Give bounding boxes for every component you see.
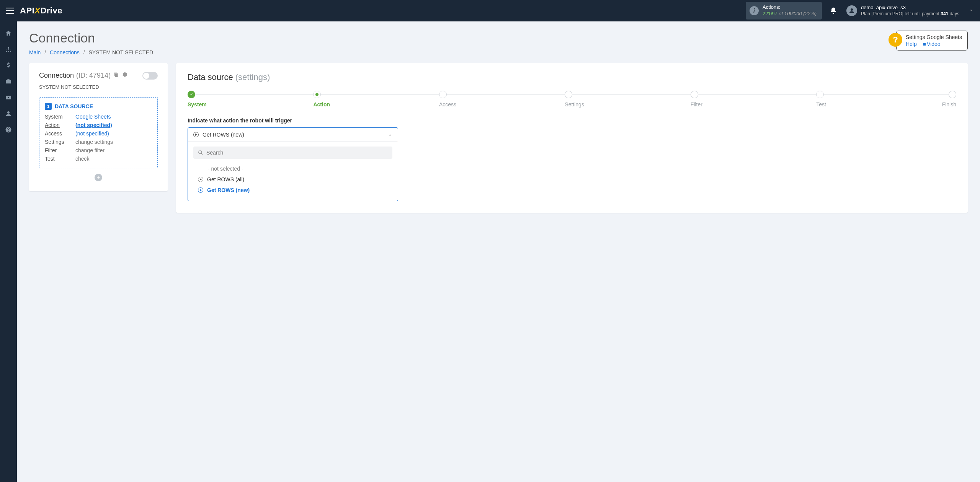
user-text: demo_apix-drive_s3 Plan |Premium PRO| le… (861, 5, 959, 17)
help-title: Settings Google Sheets (906, 34, 962, 40)
step-finish[interactable]: Finish (942, 91, 956, 107)
ds-row-settings-value[interactable]: change settings (75, 139, 152, 145)
step-access[interactable]: Access (439, 91, 565, 107)
nav-billing-icon[interactable] (0, 58, 17, 73)
nav-connections-icon[interactable] (0, 42, 17, 57)
brand-pre: API (20, 6, 34, 15)
ds-row-test-label: Test (45, 156, 75, 162)
connection-subtitle: SYSTEM NOT SELECTED (39, 84, 158, 94)
chevron-up-icon (388, 132, 392, 138)
action-field-label: Indicate what action the robot will trig… (188, 117, 956, 124)
ds-row-action-value[interactable]: (not specified) (75, 122, 152, 128)
top-bar: APIXDrive i Actions: 22'097 of 100'000 (… (0, 0, 980, 21)
brand-logo[interactable]: APIXDrive (20, 6, 62, 16)
add-destination-button[interactable]: + (95, 174, 102, 181)
video-link[interactable]: ■Video (923, 41, 941, 47)
actions-label: Actions: (763, 4, 817, 11)
ds-row-access-value[interactable]: (not specified) (75, 130, 152, 137)
ds-heading: DATA SOURCE (55, 103, 93, 109)
ds-row-test-value[interactable]: check (75, 156, 152, 162)
connection-card-title: Connection (39, 72, 74, 80)
user-name: demo_apix-drive_s3 (861, 5, 959, 11)
action-dropdown: - not selected - Get ROWS (all) Get ROWS… (188, 142, 398, 201)
action-select[interactable]: Get ROWS (new) - not selected - Get ROWS… (188, 127, 398, 201)
action-selected-value: Get ROWS (new) (203, 132, 244, 138)
connection-toggle[interactable] (142, 72, 158, 80)
play-icon (198, 187, 203, 193)
connection-id: (ID: 47914) (76, 72, 111, 80)
ds-row-settings-label: Settings (45, 139, 75, 145)
actions-text: Actions: 22'097 of 100'000 (22%) (763, 4, 817, 17)
info-icon: i (750, 6, 759, 15)
nav-video-icon[interactable] (0, 90, 17, 105)
step-system[interactable]: System (188, 91, 313, 107)
nav-help-icon[interactable] (0, 122, 17, 137)
breadcrumb: Main / Connections / SYSTEM NOT SELECTED (29, 49, 153, 55)
bell-icon[interactable] (830, 7, 837, 15)
ds-number-badge: 1 (45, 103, 52, 110)
search-input[interactable] (206, 150, 388, 156)
search-row (193, 147, 392, 159)
video-icon: ■ (923, 41, 926, 47)
nav-home-icon[interactable] (0, 26, 17, 41)
play-icon (193, 132, 199, 137)
avatar-icon (846, 5, 857, 16)
brand-post: Drive (40, 6, 62, 15)
option-not-selected[interactable]: - not selected - (193, 163, 392, 174)
ds-row-action-label: Action (45, 122, 75, 128)
ds-row-access-label: Access (45, 130, 75, 137)
connection-card: Connection (ID: 47914) SYSTEM NOT SELECT… (29, 63, 168, 191)
side-nav (0, 21, 17, 222)
stepper: System Action Access Settings Filter Tes… (188, 91, 956, 107)
option-get-rows-new[interactable]: Get ROWS (new) (193, 185, 392, 195)
option-get-rows-all[interactable]: Get ROWS (all) (193, 174, 392, 185)
ds-row-filter-label: Filter (45, 147, 75, 153)
breadcrumb-current: SYSTEM NOT SELECTED (89, 49, 154, 55)
ds-row-system-label: System (45, 114, 75, 120)
user-menu[interactable]: demo_apix-drive_s3 Plan |Premium PRO| le… (846, 5, 959, 17)
nav-user-icon[interactable] (0, 106, 17, 121)
data-source-box: 1 DATA SOURCE System Google Sheets Actio… (39, 97, 158, 168)
step-test[interactable]: Test (816, 91, 942, 107)
action-select-head[interactable]: Get ROWS (new) (188, 128, 398, 142)
help-box: ? Settings Google Sheets Help ■Video (896, 31, 968, 50)
ds-row-filter-value[interactable]: change filter (75, 147, 152, 153)
copy-icon[interactable] (113, 72, 119, 80)
settings-title: Data source (settings) (188, 72, 956, 82)
brand-x: X (34, 6, 40, 15)
help-link[interactable]: Help (906, 41, 917, 47)
step-settings[interactable]: Settings (565, 91, 690, 107)
help-badge-icon[interactable]: ? (889, 33, 902, 47)
actions-used: 22'097 (763, 11, 777, 16)
actions-counter[interactable]: i Actions: 22'097 of 100'000 (22%) (746, 2, 822, 20)
gear-icon[interactable] (121, 72, 127, 80)
settings-card: Data source (settings) System Action Acc… (176, 63, 968, 213)
play-icon (198, 177, 203, 182)
page-title: Connection (29, 31, 153, 46)
breadcrumb-connections[interactable]: Connections (50, 49, 80, 55)
step-action[interactable]: Action (313, 91, 439, 107)
breadcrumb-main[interactable]: Main (29, 49, 41, 55)
ds-row-system-value[interactable]: Google Sheets (75, 114, 152, 120)
chevron-down-icon[interactable] (969, 8, 974, 14)
nav-briefcase-icon[interactable] (0, 74, 17, 89)
search-icon (198, 150, 203, 155)
menu-icon[interactable] (6, 8, 14, 14)
main-content: Connection Main / Connections / SYSTEM N… (17, 21, 980, 222)
step-filter[interactable]: Filter (691, 91, 816, 107)
